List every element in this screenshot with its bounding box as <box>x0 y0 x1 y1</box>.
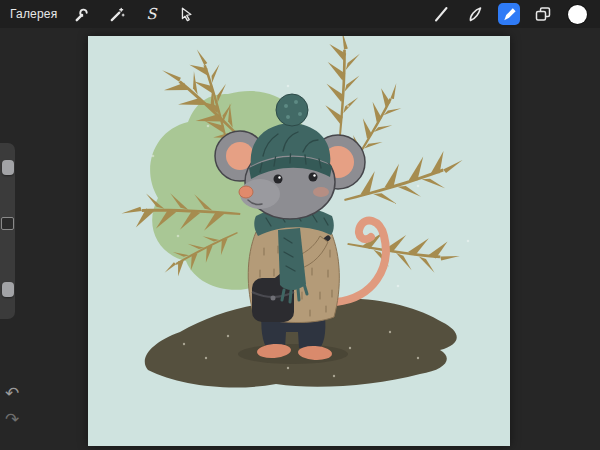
wrench-icon <box>73 6 90 23</box>
transform-tool[interactable] <box>175 3 197 25</box>
eye-highlight-left <box>278 176 280 178</box>
eye-left <box>274 175 283 184</box>
current-color-swatch <box>568 5 587 24</box>
toolbar-left-group: Галерея S <box>0 3 197 25</box>
gallery-button[interactable]: Галерея <box>10 7 57 21</box>
undo-redo-group: ↶ ↷ <box>1 382 23 430</box>
layers-icon <box>534 5 552 23</box>
magic-wand-icon <box>108 6 125 23</box>
brush-size-slider[interactable] <box>2 160 14 175</box>
pompom <box>276 94 308 126</box>
tail <box>336 221 386 302</box>
bag-clasp <box>271 296 276 301</box>
smudge-tool[interactable] <box>464 3 486 25</box>
undo-button[interactable]: ↶ <box>1 382 23 404</box>
drawing-canvas[interactable] <box>88 36 510 446</box>
nose <box>239 186 253 198</box>
brush-sidebar <box>0 143 15 319</box>
color-tool[interactable] <box>566 3 588 25</box>
procreate-app: Галерея S <box>0 0 600 450</box>
eye-right <box>309 173 318 182</box>
cursor-arrow-icon <box>178 6 194 22</box>
layers-tool[interactable] <box>532 3 554 25</box>
eye-highlight-right <box>313 174 315 176</box>
top-toolbar: Галерея S <box>0 0 600 28</box>
mouse-illustration <box>88 36 510 446</box>
smudge-finger-icon <box>466 5 484 23</box>
adjustments-wand-icon[interactable] <box>105 3 127 25</box>
erase-tool[interactable] <box>498 3 520 25</box>
eraser-pencil-icon <box>501 6 518 23</box>
actions-wrench-icon[interactable] <box>70 3 92 25</box>
cheek-blush <box>313 187 329 197</box>
modify-button[interactable] <box>1 217 14 230</box>
brush-opacity-slider[interactable] <box>2 282 14 297</box>
selection-tool[interactable]: S <box>140 3 162 25</box>
paint-brush-tool[interactable] <box>430 3 452 25</box>
brush-stroke-icon <box>432 5 450 23</box>
redo-button[interactable]: ↷ <box>1 408 23 430</box>
toolbar-right-group <box>430 3 600 25</box>
selection-s-icon: S <box>146 7 156 22</box>
